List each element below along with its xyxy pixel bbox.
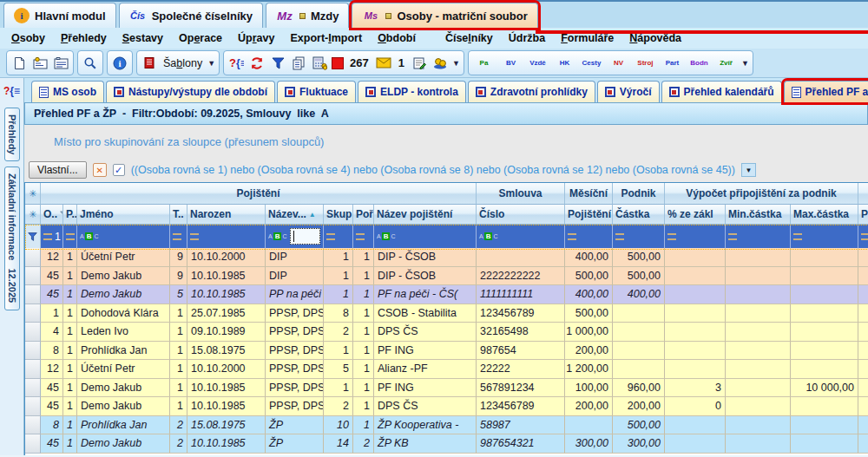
filter-cell-skup[interactable] xyxy=(324,225,353,248)
table-row[interactable]: 11Dohodová Klára125.07.1985PPSP, DPS81CS… xyxy=(25,304,868,323)
row-indicator[interactable] xyxy=(25,285,41,304)
row-indicator[interactable] xyxy=(25,416,41,435)
custom-filter-button[interactable]: Vlastní... xyxy=(29,161,87,179)
abc-filter-icon[interactable]: ABC xyxy=(377,232,396,240)
table-row[interactable]: 451Demo Jakub110.10.1985PPSP, DPS21DPS Č… xyxy=(25,397,868,416)
help-jump-icon[interactable]: ?{≡ xyxy=(227,54,245,73)
mini-button-stroj[interactable]: Stroj xyxy=(634,54,657,73)
equals-operator-icon[interactable] xyxy=(615,233,624,240)
filter-icon[interactable] xyxy=(269,54,286,73)
templates-book-icon[interactable] xyxy=(141,54,158,73)
view-tab-7[interactable]: Přehled kalendářů xyxy=(661,81,782,102)
filter-cell-pp[interactable] xyxy=(858,225,868,248)
new-document-icon[interactable] xyxy=(10,54,28,73)
equals-operator-icon[interactable] xyxy=(861,233,868,240)
chevron-down-icon[interactable]: ▼ xyxy=(741,59,749,68)
row-indicator[interactable] xyxy=(25,434,41,454)
payments-icon[interactable] xyxy=(431,54,449,73)
table-row[interactable]: 451Demo Jakub110.10.1985PPSP, DPS11PF IN… xyxy=(25,379,868,398)
view-tab-8[interactable]: Přehled PF a ŽPX xyxy=(784,81,868,102)
row-indicator[interactable] xyxy=(25,267,41,286)
equals-operator-icon[interactable] xyxy=(43,233,52,240)
table-row[interactable]: 451Demo Jakub510.10.1985PP na péči11PF n… xyxy=(25,285,868,304)
filter-enabled-checkbox[interactable]: ✓ xyxy=(113,164,125,176)
view-tab-2[interactable]: Nástupy/výstupy dle období xyxy=(106,81,275,102)
module-tab-2[interactable]: ČísSpolečné číselníky xyxy=(119,3,263,28)
view-tab-6[interactable]: Výročí xyxy=(597,81,660,102)
menu-item-osoby[interactable]: Osoby xyxy=(3,30,53,46)
filter-cell-t[interactable] xyxy=(170,225,187,248)
abc-filter-icon[interactable]: ABC xyxy=(479,232,498,240)
filter-edit-input[interactable] xyxy=(290,228,320,245)
table-row[interactable]: 451Demo Jakub210.10.1985ŽP142ŽP KB987654… xyxy=(25,434,868,454)
column-header-o[interactable]: O.. xyxy=(41,205,63,225)
table-row[interactable]: 81Prohlídka Jan115.08.1975PPSP, DPS11PF … xyxy=(25,342,868,361)
templates-button[interactable]: Šablony xyxy=(161,57,204,69)
filter-cell-nazev_poj[interactable]: ABC xyxy=(374,225,477,248)
menu-item-operace[interactable]: Operace xyxy=(171,30,230,46)
menu-item-exportimport[interactable]: Export-Import xyxy=(282,30,370,46)
filter-cell-p[interactable] xyxy=(63,225,77,248)
menu-item-pravy[interactable]: Úpravy xyxy=(230,30,282,46)
column-header-p[interactable]: P.. xyxy=(63,205,77,225)
person-key-icon[interactable] xyxy=(31,54,49,73)
module-tab-4[interactable]: MsOsoby - matriční soubor xyxy=(352,3,537,28)
mini-button-nv[interactable]: NV xyxy=(607,54,630,73)
filter-cell-por[interactable] xyxy=(353,225,374,248)
column-header-max[interactable]: Max.částka xyxy=(791,205,858,225)
sidebar-tab-zakladni-informace[interactable]: Základní informace 12.2025 xyxy=(4,166,20,310)
clear-filter-icon[interactable]: ✕ xyxy=(93,163,107,177)
filter-dropdown-icon[interactable]: ▼ xyxy=(741,163,756,177)
menu-item-obdob[interactable]: Období xyxy=(370,30,424,46)
row-indicator[interactable] xyxy=(25,379,41,398)
filter-cell-narozen[interactable] xyxy=(187,225,266,248)
equals-operator-icon[interactable] xyxy=(66,233,75,240)
row-indicator[interactable] xyxy=(25,323,41,342)
column-header-pp[interactable]: P xyxy=(858,205,868,225)
column-header-nazev[interactable]: Název...▲ xyxy=(266,205,324,225)
menu-item-sestavy[interactable]: Sestavy xyxy=(115,30,171,46)
mini-button-bv[interactable]: BV xyxy=(499,54,523,73)
grouping-drop-zone[interactable]: Místo pro skupinování za sloupce (přesun… xyxy=(24,125,868,158)
filter-cell-min[interactable] xyxy=(726,225,791,248)
equals-operator-icon[interactable] xyxy=(326,233,335,240)
table-row[interactable]: 121Účetní Petr110.10.2000PPSP, DPS51Alia… xyxy=(25,360,868,379)
mini-button-part[interactable]: Part xyxy=(661,54,684,73)
filter-cell-o[interactable]: 1 xyxy=(41,225,63,248)
row-indicator[interactable] xyxy=(25,360,41,379)
equals-operator-icon[interactable] xyxy=(667,233,676,240)
column-header-cislo[interactable]: Číslo xyxy=(477,205,565,225)
view-tab-4[interactable]: ELDP - kontrola xyxy=(358,81,466,102)
equals-operator-icon[interactable] xyxy=(728,233,737,240)
module-tab-3[interactable]: MzMzdy xyxy=(266,3,350,28)
view-tab-5[interactable]: Zdravotní prohlídky xyxy=(468,81,595,102)
column-header-skup[interactable]: Skup xyxy=(324,205,353,225)
equals-operator-icon[interactable] xyxy=(190,233,199,240)
filter-cell-castka[interactable] xyxy=(613,225,665,248)
table-row[interactable]: 451Demo Jakub910.10.1985DIP11DIP - ČSOB2… xyxy=(25,267,868,286)
menu-item-selnky[interactable]: Číselníky xyxy=(437,30,501,46)
row-indicator[interactable] xyxy=(25,248,41,267)
column-header-t[interactable]: T.. xyxy=(170,205,187,225)
refresh-icon[interactable] xyxy=(248,54,266,73)
column-header-por[interactable]: Poř xyxy=(353,205,374,225)
view-tab-3[interactable]: Fluktuace xyxy=(277,81,356,102)
view-tab-1[interactable]: MS osob xyxy=(31,81,104,102)
filter-cell-cislo[interactable]: ABC xyxy=(477,225,565,248)
search-icon[interactable] xyxy=(82,54,99,73)
row-indicator[interactable] xyxy=(25,397,41,416)
filter-cell-max[interactable] xyxy=(791,225,858,248)
column-header-jmeno[interactable]: Jméno xyxy=(77,205,170,225)
equals-operator-icon[interactable] xyxy=(793,233,802,240)
equals-operator-icon[interactable] xyxy=(356,233,365,240)
mini-button-cesty[interactable]: Cesty xyxy=(580,54,603,73)
mini-button-zvíř[interactable]: Zvíř xyxy=(714,54,738,73)
row-indicator[interactable] xyxy=(25,342,41,361)
module-tab-1[interactable]: iHlavní modul xyxy=(3,3,116,28)
filter-cell-nazev[interactable]: ABC xyxy=(266,225,324,248)
menu-item-pehledy[interactable]: Přehledy xyxy=(53,30,115,46)
notepad-icon[interactable] xyxy=(411,54,428,73)
filter-cell-pojisteni[interactable] xyxy=(565,225,613,248)
column-header-nazev_poj[interactable]: Název pojištění xyxy=(374,205,477,225)
row-indicator[interactable] xyxy=(25,304,41,323)
